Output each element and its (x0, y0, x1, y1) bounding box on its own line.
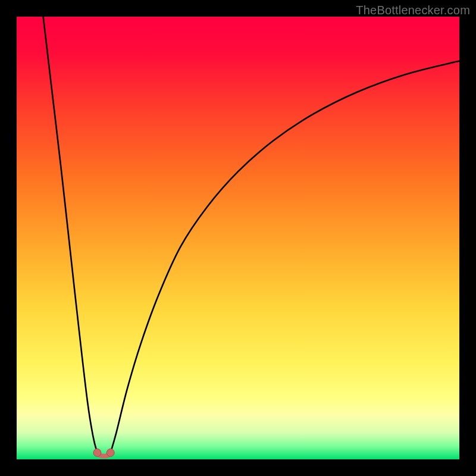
attribution-text: TheBottlenecker.com (356, 4, 470, 17)
chart-frame (17, 17, 459, 459)
chart-svg (17, 17, 459, 459)
valley-marker-0 (93, 449, 101, 456)
gradient-background (17, 17, 459, 459)
valley-marker-1 (107, 449, 114, 456)
